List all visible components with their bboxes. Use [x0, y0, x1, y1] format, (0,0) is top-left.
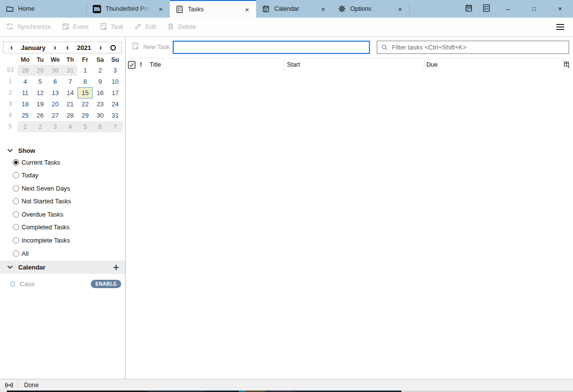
synchronize-button[interactable]: Synchronize	[6, 23, 51, 32]
minical-day-selected[interactable]: 15	[78, 87, 93, 98]
due-column-header[interactable]: Due	[426, 61, 438, 68]
minical-day[interactable]: 25	[18, 110, 33, 121]
minical-day[interactable]: 31	[63, 65, 78, 76]
show-filter-option[interactable]: All	[13, 248, 121, 258]
minical-day[interactable]: 2	[93, 65, 108, 76]
radio-icon[interactable]	[13, 250, 19, 257]
tab-tasks[interactable]: Tasks ×	[170, 0, 256, 18]
show-filter-option[interactable]: Incomplete Tasks	[13, 236, 121, 245]
add-calendar-button[interactable]: +	[113, 262, 119, 273]
minical-day[interactable]: 30	[48, 65, 63, 76]
show-filter-option[interactable]: Current Tasks	[13, 157, 121, 167]
minical-day[interactable]: 4	[63, 121, 78, 132]
minical-day[interactable]: 3	[107, 65, 123, 76]
calendar-section-header[interactable]: Calendar +	[0, 261, 125, 274]
minical-day[interactable]: 28	[63, 110, 78, 121]
minical-day[interactable]: 9	[93, 76, 108, 87]
minical-day[interactable]: 23	[93, 98, 108, 110]
new-task-input[interactable]	[173, 41, 370, 54]
minical-day[interactable]: 2	[33, 121, 48, 132]
minical-day[interactable]: 7	[63, 76, 78, 87]
minical-day[interactable]: 7	[107, 121, 123, 132]
minical-day[interactable]: 29	[33, 65, 48, 76]
calendar-list-item[interactable]: Casa ENABLE	[0, 278, 125, 290]
minical-day[interactable]: 19	[33, 98, 48, 110]
minical-day[interactable]: 10	[107, 76, 123, 87]
filter-tasks-box[interactable]	[377, 41, 569, 54]
column-picker-button[interactable]	[564, 61, 571, 70]
minimize-button[interactable]: –	[495, 0, 521, 18]
column-divider[interactable]	[284, 59, 284, 71]
minical-day[interactable]: 11	[18, 87, 33, 98]
radio-icon[interactable]	[13, 211, 19, 218]
minical-day[interactable]: 8	[78, 76, 93, 87]
minical-day[interactable]: 1	[18, 121, 33, 132]
enable-badge[interactable]: ENABLE	[91, 280, 121, 288]
tab-calendar[interactable]: Calendar ×	[256, 0, 332, 18]
show-filter-option[interactable]: Today	[13, 171, 121, 180]
column-divider[interactable]	[424, 59, 424, 71]
month-label[interactable]: January	[21, 44, 46, 51]
minical-day[interactable]: 12	[33, 87, 48, 98]
close-icon[interactable]: ×	[244, 6, 250, 13]
minical-day[interactable]: 22	[78, 98, 93, 110]
completed-column-header[interactable]	[128, 61, 136, 71]
minical-day[interactable]: 31	[107, 110, 123, 121]
open-calendar-tab-button[interactable]	[460, 0, 477, 18]
minical-day[interactable]: 18	[18, 98, 33, 110]
new-task-button[interactable]: New Task	[131, 42, 170, 51]
start-column-header[interactable]: Start	[287, 61, 300, 68]
show-filter-option[interactable]: Overdue Tasks	[13, 209, 121, 219]
minical-day[interactable]: 24	[107, 98, 123, 110]
previous-month-button[interactable]: ‹	[8, 44, 15, 51]
filter-tasks-input[interactable]	[391, 43, 569, 51]
maximize-button[interactable]: □	[521, 0, 547, 18]
close-icon[interactable]: ×	[157, 5, 164, 13]
title-column-header[interactable]: Title	[150, 61, 161, 68]
task-list-empty[interactable]	[126, 72, 573, 379]
minical-day[interactable]: 5	[78, 121, 93, 132]
minical-day[interactable]: 16	[93, 87, 108, 98]
minical-day[interactable]: 6	[93, 121, 108, 132]
radio-icon[interactable]	[13, 237, 19, 244]
new-event-button[interactable]: Event	[62, 23, 89, 32]
new-task-toolbar-button[interactable]: Task	[100, 23, 124, 32]
show-filter-option[interactable]: Next Seven Days	[13, 183, 121, 193]
next-year-button[interactable]: ›	[97, 44, 104, 51]
minical-day[interactable]: 26	[33, 110, 48, 121]
radio-selected-icon[interactable]	[13, 159, 19, 166]
minical-day[interactable]: 27	[48, 110, 63, 121]
minical-day[interactable]: 30	[93, 110, 108, 121]
close-icon[interactable]: ×	[397, 5, 403, 13]
minical-day[interactable]: 14	[63, 87, 78, 98]
previous-year-button[interactable]: ‹	[64, 44, 71, 51]
minical-day[interactable]: 4	[18, 76, 33, 87]
next-month-button[interactable]: ›	[52, 44, 58, 51]
close-icon[interactable]: ×	[320, 5, 326, 13]
priority-column-header[interactable]: !	[140, 61, 142, 68]
app-menu-button[interactable]	[554, 22, 566, 32]
minical-day[interactable]: 28	[18, 65, 33, 76]
show-filter-option[interactable]: Not Started Tasks	[13, 196, 121, 206]
minical-day[interactable]: 3	[48, 121, 63, 132]
minical-day[interactable]: 17	[107, 87, 123, 98]
minical-day[interactable]: 21	[63, 98, 78, 110]
delete-button[interactable]: Delete	[167, 23, 196, 32]
close-window-button[interactable]: ×	[547, 0, 573, 18]
minical-day[interactable]: 20	[48, 98, 63, 110]
tab-home[interactable]: Home	[0, 0, 86, 18]
minical-day[interactable]: 6	[48, 76, 63, 87]
calendar-color-icon[interactable]	[10, 281, 15, 287]
radio-icon[interactable]	[13, 172, 19, 178]
minical-day[interactable]: 13	[48, 87, 63, 98]
tab-options[interactable]: Options ×	[332, 0, 409, 18]
tab-thunderbird-privacy[interactable]: m Thunderbird Priv ×	[87, 0, 170, 18]
show-section-header[interactable]: Show	[0, 144, 125, 157]
radio-icon[interactable]	[13, 198, 19, 204]
year-label[interactable]: 2021	[77, 44, 91, 51]
minical-day[interactable]: 1	[78, 65, 93, 76]
show-filter-option[interactable]: Completed Tasks	[13, 222, 121, 232]
open-tasks-tab-button[interactable]	[477, 0, 495, 18]
edit-button[interactable]: Edit	[134, 23, 156, 32]
offline-status-button[interactable]	[0, 379, 18, 391]
